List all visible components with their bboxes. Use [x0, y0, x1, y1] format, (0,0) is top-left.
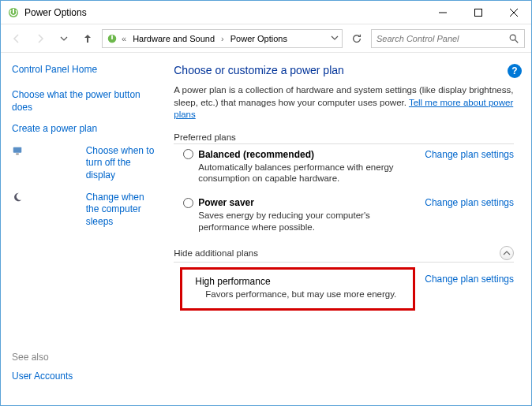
- nav-bar: « Hardware and Sound › Power Options: [1, 24, 531, 53]
- plan-name: Power saver: [198, 197, 254, 208]
- breadcrumb-start-chevron[interactable]: «: [120, 34, 128, 43]
- app-icon: [7, 6, 20, 19]
- collapse-button[interactable]: [500, 246, 514, 260]
- change-plan-settings-link[interactable]: Change plan settings: [415, 149, 514, 185]
- plan-power-saver: Power saver Saves energy by reducing you…: [174, 197, 514, 233]
- close-button[interactable]: [496, 1, 531, 24]
- control-panel-home-link[interactable]: Control Panel Home: [12, 64, 158, 75]
- breadcrumb-item[interactable]: Power Options: [227, 34, 290, 43]
- sidebar-link-power-button[interactable]: Choose what the power button does: [12, 89, 158, 114]
- breadcrumb-sep: ›: [219, 34, 226, 43]
- sidebar-link-create-plan[interactable]: Create a power plan: [12, 123, 158, 136]
- refresh-button[interactable]: [347, 29, 366, 48]
- up-button[interactable]: [78, 29, 97, 48]
- plan-name: Balanced (recommended): [198, 149, 314, 160]
- title-bar: Power Options: [1, 1, 531, 24]
- window-title: Power Options: [24, 7, 425, 18]
- see-also-section: See also User Accounts: [12, 352, 73, 382]
- plan-desc: Automatically balances performance with …: [198, 162, 415, 185]
- see-also-label: See also: [12, 352, 73, 363]
- moon-icon: [12, 192, 84, 207]
- svg-rect-1: [13, 9, 14, 13]
- plan-balanced: Balanced (recommended) Automatically bal…: [174, 149, 514, 185]
- svg-line-9: [515, 39, 519, 43]
- radio-power-saver[interactable]: [183, 198, 193, 208]
- svg-rect-3: [474, 9, 481, 16]
- sidebar-link-sleep[interactable]: Change when the computer sleeps: [26, 192, 158, 229]
- help-icon[interactable]: ?: [508, 64, 522, 78]
- additional-plans-label: Hide additional plans: [174, 246, 514, 263]
- monitor-icon: [12, 145, 84, 160]
- change-plan-settings-link[interactable]: Change plan settings: [415, 197, 514, 233]
- search-input[interactable]: [377, 34, 508, 43]
- svg-rect-11: [16, 153, 19, 155]
- content-area: Control Panel Home Choose what the power…: [1, 53, 531, 405]
- window-controls: [425, 1, 531, 24]
- breadcrumb[interactable]: « Hardware and Sound › Power Options: [102, 29, 343, 48]
- plan-high-performance-row: High performance Favors performance, but…: [174, 267, 514, 311]
- svg-rect-7: [111, 35, 113, 39]
- search-box[interactable]: [371, 29, 525, 48]
- breadcrumb-dropdown[interactable]: [331, 34, 339, 43]
- highlight-box: High performance Favors performance, but…: [180, 267, 415, 311]
- power-options-icon: [106, 32, 118, 45]
- breadcrumb-item[interactable]: Hardware and Sound: [129, 34, 218, 43]
- preferred-plans-label: Preferred plans: [174, 132, 514, 144]
- maximize-button[interactable]: [460, 1, 496, 24]
- page-heading: Choose or customize a power plan: [174, 64, 514, 76]
- svg-point-8: [510, 35, 515, 40]
- back-button[interactable]: [7, 29, 26, 48]
- plan-desc: Saves energy by reducing your computer's…: [198, 210, 415, 233]
- see-also-user-accounts[interactable]: User Accounts: [12, 371, 73, 382]
- plan-name: High performance: [195, 276, 270, 287]
- minimize-button[interactable]: [425, 1, 460, 24]
- svg-rect-10: [13, 147, 22, 152]
- plan-desc: Favors performance, but may use more ene…: [205, 289, 405, 300]
- main-panel: ? Choose or customize a power plan A pow…: [166, 53, 531, 405]
- change-plan-settings-link[interactable]: Change plan settings: [415, 274, 514, 285]
- intro-text: A power plan is a collection of hardware…: [174, 84, 514, 121]
- sidebar-link-turn-off-display[interactable]: Choose when to turn off the display: [26, 145, 158, 182]
- forward-button[interactable]: [31, 29, 50, 48]
- radio-balanced[interactable]: [183, 149, 193, 159]
- search-icon: [508, 33, 519, 44]
- sidebar: Control Panel Home Choose what the power…: [1, 53, 166, 405]
- recent-dropdown[interactable]: [54, 29, 73, 48]
